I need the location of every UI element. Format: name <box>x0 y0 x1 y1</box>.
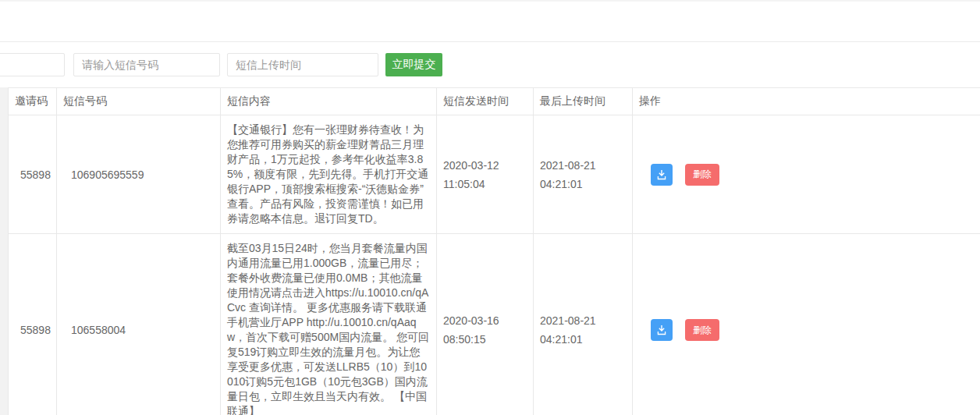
download-button[interactable] <box>651 164 673 186</box>
submit-button[interactable]: 立即提交 <box>385 53 442 76</box>
sms-number-cell: 106905695559 <box>57 115 221 234</box>
table-header-row: 邀请码 短信号码 短信内容 短信发送时间 最后上传时间 操作 <box>9 88 980 115</box>
send-clock: 11:05:04 <box>443 175 527 193</box>
sms-content-text: 截至03月15日24时，您当月套餐流量内国内通用流量已用1.000GB，流量已用… <box>227 241 430 415</box>
invite-code-cell: 55898 <box>9 234 57 415</box>
top-header-bar <box>0 0 980 42</box>
sms-number-input[interactable] <box>73 53 220 76</box>
invite-code-input[interactable] <box>0 53 65 76</box>
col-header-sms-number: 短信号码 <box>57 88 221 115</box>
delete-button[interactable]: 删除 <box>685 319 719 341</box>
col-header-actions: 操作 <box>633 88 980 115</box>
table-row: 55898 106558004 截至03月15日24时，您当月套餐流量内国内通用… <box>9 234 980 415</box>
upload-date: 2021-08-21 <box>540 311 626 330</box>
send-date: 2020-03-16 <box>443 311 527 330</box>
download-icon <box>656 169 667 180</box>
sms-number-cell: 106558004 <box>57 234 221 415</box>
filter-bar: 立即提交 <box>0 42 980 87</box>
send-clock: 08:50:15 <box>443 330 527 349</box>
sms-table: 邀请码 短信号码 短信内容 短信发送时间 最后上传时间 操作 55898 106… <box>8 87 980 415</box>
delete-button[interactable]: 删除 <box>685 164 719 186</box>
download-button[interactable] <box>651 319 673 341</box>
upload-time-cell: 2021-08-21 04:21:01 <box>534 234 633 415</box>
action-cell: 删除 <box>633 234 980 415</box>
send-date: 2020-03-12 <box>443 156 527 175</box>
upload-time-cell: 2021-08-21 04:21:01 <box>534 115 633 234</box>
table-row: 55898 106905695559 【交通银行】您有一张理财券待查收！为您推荐… <box>9 115 980 234</box>
send-time-cell: 2020-03-16 08:50:15 <box>437 234 534 415</box>
send-time-cell: 2020-03-12 11:05:04 <box>437 115 534 234</box>
col-header-upload-time: 最后上传时间 <box>534 88 633 115</box>
col-header-sms-content: 短信内容 <box>221 88 437 115</box>
upload-clock: 04:21:01 <box>540 330 626 349</box>
sms-content-text: 【交通银行】您有一张理财券待查收！为您推荐可用券购买的薪金理财菁品三月理财产品，… <box>227 122 430 226</box>
sms-content-cell: 截至03月15日24时，您当月套餐流量内国内通用流量已用1.000GB，流量已用… <box>221 234 437 415</box>
upload-clock: 04:21:01 <box>540 175 626 193</box>
upload-date: 2021-08-21 <box>540 156 626 175</box>
col-header-send-time: 短信发送时间 <box>437 88 534 115</box>
invite-code-cell: 55898 <box>9 115 57 234</box>
col-header-invite-code: 邀请码 <box>9 88 57 115</box>
download-icon <box>656 325 667 335</box>
sms-content-cell: 【交通银行】您有一张理财券待查收！为您推荐可用券购买的薪金理财菁品三月理财产品，… <box>221 115 437 234</box>
sms-table-container: 邀请码 短信号码 短信内容 短信发送时间 最后上传时间 操作 55898 106… <box>0 87 980 415</box>
sms-upload-time-input[interactable] <box>227 53 378 76</box>
action-cell: 删除 <box>633 115 980 234</box>
